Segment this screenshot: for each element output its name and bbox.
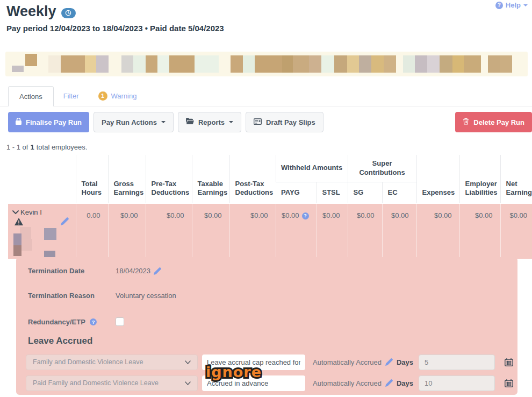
chevron-down-icon bbox=[185, 358, 191, 366]
payg-value: $0.00 bbox=[282, 211, 299, 219]
cell-gross-earnings: $0.00 bbox=[108, 203, 146, 259]
col-total-hours: Total Hours bbox=[76, 155, 108, 203]
col-employer-liabilities: Employer Liabilities bbox=[459, 155, 500, 203]
delete-pay-run-button[interactable]: Delete Pay Run bbox=[455, 112, 532, 132]
redacted-block bbox=[255, 55, 282, 73]
cell-employer-liabilities: $0.00 bbox=[459, 203, 500, 259]
redacted-block bbox=[371, 55, 384, 73]
leave-type-value: Paid Family and Domestic Violence Leave bbox=[33, 379, 159, 387]
edit-employee-icon[interactable] bbox=[61, 217, 69, 225]
help-menu[interactable]: ? Help bbox=[495, 1, 528, 9]
help-label: Help bbox=[506, 1, 521, 9]
redacted-block bbox=[293, 55, 309, 73]
clock-icon bbox=[61, 8, 76, 18]
leave-type-select: Paid Family and Domestic Violence Leave bbox=[26, 375, 198, 391]
col-pre-tax-deductions: Pre-Tax Deductions bbox=[146, 155, 192, 203]
caret-down-icon bbox=[161, 121, 166, 123]
tab-actions[interactable]: Actions bbox=[8, 86, 54, 107]
pay-run-actions-button[interactable]: Pay Run Actions bbox=[94, 112, 174, 132]
cell-sg: $0.00 bbox=[348, 203, 382, 259]
redacted-block bbox=[169, 55, 195, 73]
edit-leave-icon[interactable] bbox=[385, 358, 393, 366]
payg-help-icon[interactable]: ? bbox=[302, 212, 309, 219]
tab-filter-label: Filter bbox=[63, 92, 79, 100]
redacted-block bbox=[309, 55, 321, 73]
toolbar: Finalise Pay Run Pay Run Actions Reports… bbox=[8, 112, 532, 132]
calendar-icon[interactable] bbox=[505, 358, 513, 366]
redacted-banner bbox=[5, 52, 528, 76]
warning-count-badge: 1 bbox=[98, 91, 107, 101]
caret-down-icon bbox=[523, 4, 528, 6]
calendar-icon[interactable] bbox=[505, 379, 513, 387]
leave-type-value: Family and Domestic Violence Leave bbox=[33, 358, 143, 366]
leave-accrual-status: Automatically Accrued bbox=[313, 358, 382, 366]
help-icon: ? bbox=[495, 2, 503, 9]
edit-leave-icon[interactable] bbox=[385, 379, 393, 387]
col-expenses: Expenses bbox=[416, 155, 459, 203]
edit-termination-date-icon[interactable] bbox=[154, 267, 161, 275]
col-gross-earnings: Gross Earnings bbox=[108, 155, 146, 203]
employee-count-range: 1 - 1 of bbox=[6, 143, 28, 151]
termination-reason-row: Termination Reason Voluntary cessation bbox=[28, 292, 176, 300]
redacted-block bbox=[384, 55, 396, 73]
redacted-block bbox=[12, 66, 24, 72]
col-post-tax-deductions: Post-Tax Deductions bbox=[229, 155, 276, 203]
redacted-block bbox=[282, 55, 293, 73]
redacted-block bbox=[488, 55, 500, 73]
draft-pay-slips-label: Draft Pay Slips bbox=[266, 118, 315, 126]
pay-run-table: Total Hours Gross Earnings Pre-Tax Deduc… bbox=[8, 155, 532, 259]
delete-label: Delete Pay Run bbox=[473, 118, 524, 126]
col-employee bbox=[8, 155, 76, 203]
pay-slip-icon bbox=[254, 118, 262, 126]
col-payg: PAYG bbox=[276, 182, 317, 203]
redacted-block bbox=[121, 55, 133, 73]
employee-detail-panel: Termination Date 18/04/2023 Termination … bbox=[16, 257, 517, 395]
draft-pay-slips-button[interactable]: Draft Pay Slips bbox=[246, 112, 323, 132]
redacted-block bbox=[133, 55, 146, 73]
tab-filter[interactable]: Filter bbox=[54, 86, 89, 106]
days-label: Days bbox=[397, 358, 413, 366]
leave-accrued-title: Leave Accrued bbox=[28, 336, 92, 346]
termination-date-row: Termination Date 18/04/2023 bbox=[28, 267, 161, 275]
redacted-block bbox=[347, 55, 359, 73]
employee-name: Kevin I bbox=[20, 208, 42, 216]
chevron-down-icon bbox=[12, 208, 19, 216]
trash-icon bbox=[463, 118, 469, 126]
col-group-super-contributions: Super Contributions bbox=[348, 155, 416, 182]
caret-down-icon bbox=[229, 121, 233, 123]
days-input bbox=[419, 375, 495, 391]
cell-total-hours: 0.00 bbox=[76, 203, 108, 259]
termination-date-label: Termination Date bbox=[28, 267, 116, 275]
reports-button[interactable]: Reports bbox=[178, 112, 241, 132]
tab-warning[interactable]: 1 Warning bbox=[89, 86, 147, 106]
redacted-block bbox=[44, 228, 56, 240]
redacted-block bbox=[20, 227, 31, 239]
termination-reason-label: Termination Reason bbox=[28, 292, 116, 300]
reports-label: Reports bbox=[198, 118, 225, 126]
folder-icon bbox=[186, 118, 194, 126]
employee-count: 1 - 1 of 1 total employees. bbox=[6, 143, 87, 151]
leave-row: Family and Domestic Violence Leave Autom… bbox=[26, 354, 513, 370]
pay-run-page: Weekly Pay period 12/04/2023 to 18/04/20… bbox=[0, 0, 532, 397]
finalise-label: Finalise Pay Run bbox=[26, 118, 82, 126]
redundancy-help-icon[interactable]: ? bbox=[90, 318, 97, 325]
col-sg: SG bbox=[348, 182, 382, 203]
redundancy-checkbox[interactable] bbox=[116, 317, 124, 326]
employee-count-total: 1 bbox=[30, 143, 34, 151]
cell-pre-tax-deductions: $0.00 bbox=[146, 203, 192, 259]
col-group-withheld-amounts: Withheld Amounts bbox=[276, 155, 348, 182]
redundancy-label: Redundancy/ETP ? bbox=[28, 318, 116, 326]
pay-period-subtitle: Pay period 12/04/2023 to 18/04/2023 • Pa… bbox=[6, 24, 224, 33]
redacted-block bbox=[25, 54, 37, 66]
redacted-block bbox=[48, 55, 61, 73]
days-label: Days bbox=[397, 379, 413, 387]
ignore-annotation-stamp: ignore bbox=[206, 364, 262, 380]
col-taxable-earnings: Taxable Earnings bbox=[192, 155, 229, 203]
finalise-pay-run-button[interactable]: Finalise Pay Run bbox=[8, 112, 89, 132]
redacted-block bbox=[61, 55, 85, 73]
redacted-block bbox=[415, 55, 427, 73]
employee-expand-toggle[interactable]: Kevin I bbox=[12, 208, 42, 216]
redacted-block bbox=[231, 55, 243, 73]
leave-accrual-status: Automatically Accrued bbox=[313, 379, 382, 387]
redundancy-label-text: Redundancy/ETP bbox=[28, 318, 85, 326]
